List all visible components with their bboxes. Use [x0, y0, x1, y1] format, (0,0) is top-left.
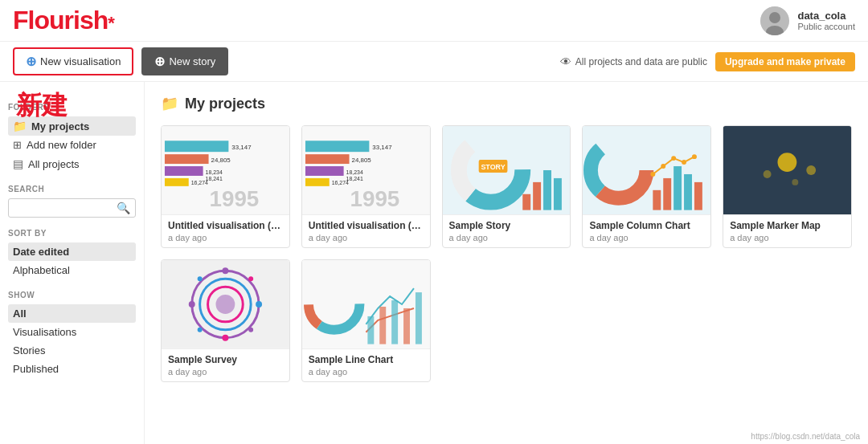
- card-info: Sample Marker Map a day ago: [723, 214, 851, 247]
- sidebar: 新建 FOLDERS 📁 My projects ⊞ Add new folde…: [0, 82, 145, 444]
- svg-rect-38: [664, 178, 672, 210]
- svg-point-59: [222, 335, 228, 341]
- plus-icon: ⊕: [26, 54, 36, 69]
- search-section: SEARCH 🔍: [8, 185, 136, 218]
- svg-point-1: [769, 12, 780, 23]
- svg-point-42: [651, 172, 656, 177]
- eye-icon: 👁: [560, 55, 571, 68]
- user-info: data_cola Public account: [797, 10, 855, 31]
- svg-point-45: [682, 160, 686, 165]
- svg-text:24,805: 24,805: [211, 157, 231, 164]
- svg-text:33,147: 33,147: [372, 144, 391, 151]
- svg-rect-65: [302, 260, 430, 348]
- card-title: Sample Line Chart: [309, 354, 424, 365]
- card-info: Untitled visualisation (46... a day ago: [162, 214, 289, 247]
- svg-rect-22: [305, 178, 330, 186]
- card-thumbnail: 33,147 24,805 18,234 18,241 16,274 1995: [162, 126, 289, 214]
- card-title: Sample Marker Map: [730, 220, 845, 231]
- search-input[interactable]: [14, 202, 113, 214]
- sort-section: SORT BY Date edited Alphabetical: [8, 229, 136, 279]
- project-card[interactable]: Sample Survey a day ago: [161, 259, 290, 382]
- card-thumbnail: [302, 260, 430, 348]
- project-card[interactable]: Sample Column Chart a day ago: [582, 125, 711, 248]
- svg-rect-6: [165, 154, 209, 164]
- svg-rect-30: [543, 170, 551, 210]
- svg-point-57: [222, 267, 228, 274]
- svg-point-62: [248, 276, 253, 281]
- project-card[interactable]: 33,147 24,805 18,234 18,241 16,274 1995 …: [301, 125, 431, 248]
- svg-text:24,805: 24,805: [351, 157, 371, 164]
- svg-rect-15: [305, 141, 369, 152]
- svg-point-63: [248, 328, 253, 332]
- search-icon[interactable]: 🔍: [117, 202, 130, 214]
- new-visualisation-button[interactable]: ⊕ New visualisation: [13, 47, 133, 75]
- card-title: Sample Story: [449, 220, 564, 231]
- svg-text:1995: 1995: [350, 186, 399, 211]
- header: Flourish* data_cola Public account: [0, 0, 868, 42]
- show-published[interactable]: Published: [8, 360, 136, 378]
- svg-point-49: [806, 165, 816, 175]
- svg-point-60: [189, 301, 195, 308]
- svg-rect-39: [674, 166, 682, 210]
- main-layout: 新建 FOLDERS 📁 My projects ⊞ Add new folde…: [0, 82, 868, 444]
- search-box: 🔍: [8, 198, 136, 218]
- card-date: a day ago: [730, 233, 845, 242]
- card-title: Untitled visualisation (46...: [309, 220, 424, 231]
- card-thumbnail: [583, 126, 710, 214]
- show-all[interactable]: All: [8, 304, 136, 323]
- project-card[interactable]: Sample Marker Map a day ago: [723, 125, 852, 248]
- user-name: data_cola: [797, 10, 855, 22]
- sort-alphabetical[interactable]: Alphabetical: [8, 261, 136, 279]
- card-title: Untitled visualisation (46...: [168, 220, 283, 231]
- card-info: Sample Story a day ago: [443, 214, 571, 247]
- card-date: a day ago: [589, 233, 704, 242]
- annotation-text: 新建: [16, 88, 68, 124]
- card-date: a day ago: [309, 233, 424, 242]
- card-title: Sample Survey: [168, 354, 283, 365]
- toolbar: ⊕ New visualisation ⊕ New story 👁 All pr…: [0, 42, 868, 82]
- svg-rect-68: [367, 316, 374, 344]
- card-thumbnail: STORY: [443, 126, 571, 214]
- svg-text:STORY: STORY: [481, 163, 505, 171]
- show-visualisations[interactable]: Visualisations: [8, 323, 136, 341]
- card-date: a day ago: [449, 233, 564, 242]
- user-type: Public account: [797, 22, 855, 31]
- toolbar-left: ⊕ New visualisation ⊕ New story: [13, 47, 228, 75]
- folder-large-icon: 📁: [161, 95, 178, 112]
- logo-asterisk: *: [108, 13, 114, 33]
- show-stories[interactable]: Stories: [8, 341, 136, 360]
- project-card[interactable]: Sample Line Chart a day ago: [301, 259, 431, 382]
- svg-rect-70: [391, 300, 398, 344]
- content-area: 📁 My projects 33,147 24,805 18,234: [145, 82, 868, 444]
- svg-point-61: [198, 276, 203, 281]
- card-info: Untitled visualisation (46... a day ago: [302, 214, 430, 247]
- project-card[interactable]: STORY Sample Story a day ago: [442, 125, 571, 248]
- search-title: SEARCH: [8, 185, 136, 193]
- logo: Flourish*: [13, 6, 114, 35]
- public-notice: 👁 All projects and data are public: [560, 55, 707, 68]
- new-story-button[interactable]: ⊕ New story: [141, 47, 228, 75]
- card-thumbnail: 33,147 24,805 18,234 18,241 16,274 1995: [302, 126, 430, 214]
- projects-grid: 33,147 24,805 18,234 18,241 16,274 1995 …: [161, 125, 852, 382]
- svg-point-44: [672, 156, 677, 161]
- card-date: a day ago: [168, 233, 283, 242]
- svg-text:18,234: 18,234: [206, 169, 223, 175]
- card-thumbnail: [723, 126, 851, 214]
- project-card[interactable]: 33,147 24,805 18,234 18,241 16,274 1995 …: [161, 125, 290, 248]
- folder-all-icon: ▤: [13, 157, 23, 170]
- sort-title: SORT BY: [8, 229, 136, 238]
- upgrade-button[interactable]: Upgrade and make private: [715, 52, 855, 71]
- svg-rect-40: [684, 174, 692, 210]
- sidebar-item-all-projects[interactable]: ▤ All projects: [8, 154, 136, 173]
- svg-rect-31: [554, 178, 562, 210]
- svg-point-64: [198, 328, 203, 332]
- svg-rect-19: [305, 166, 344, 176]
- sort-date-edited[interactable]: Date edited: [8, 242, 136, 261]
- card-title: Sample Column Chart: [589, 220, 704, 231]
- sidebar-item-add-folder[interactable]: ⊞ Add new folder: [8, 136, 136, 154]
- svg-point-46: [692, 154, 697, 159]
- watermark: https://blog.csdn.net/data_cola: [751, 432, 860, 441]
- svg-text:16,274: 16,274: [332, 180, 349, 185]
- card-date: a day ago: [309, 367, 424, 377]
- content-title: 📁 My projects: [161, 95, 852, 112]
